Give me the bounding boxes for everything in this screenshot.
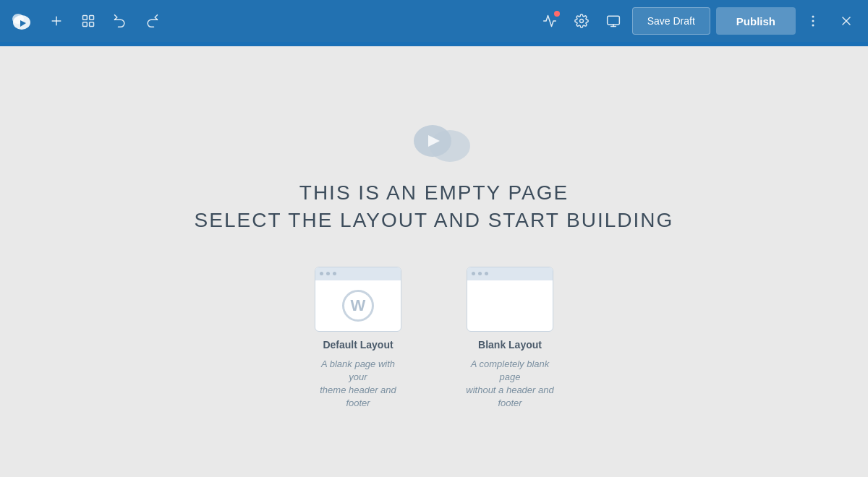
default-layout-card-body: W	[315, 280, 401, 331]
wordpress-logo: W	[342, 290, 374, 322]
dot1	[320, 272, 323, 275]
default-layout-card-header	[315, 267, 401, 280]
main-content: THIS IS AN EMPTY PAGE SELECT THE LAYOUT …	[0, 46, 868, 477]
empty-page-illustration	[405, 113, 463, 164]
publish-button[interactable]: Publish	[716, 7, 796, 35]
save-draft-button[interactable]: Save Draft	[632, 7, 710, 35]
toolbar: Save Draft Publish	[0, 0, 868, 42]
responsive-button[interactable]	[600, 8, 626, 34]
blank-layout-card-body	[467, 280, 553, 331]
settings-button[interactable]	[569, 8, 595, 34]
dot4	[472, 272, 475, 275]
blocks-button[interactable]	[75, 8, 101, 34]
preview-button[interactable]	[537, 8, 563, 34]
dot2	[326, 272, 330, 275]
svg-rect-8	[90, 22, 94, 27]
more-options-button[interactable]	[801, 9, 825, 33]
blank-layout-card-header	[467, 267, 553, 280]
svg-point-13	[812, 16, 814, 18]
default-layout-card: W	[315, 267, 401, 332]
blank-layout-desc-line2: without a header and footer	[463, 384, 557, 410]
default-layout-option[interactable]: W Default Layout A blank page with your …	[311, 267, 405, 411]
blank-layout-desc: A completely blank page without a header…	[463, 358, 557, 411]
blank-layout-option[interactable]: Blank Layout A completely blank page wit…	[463, 267, 557, 411]
app-logo	[9, 8, 35, 34]
redo-button[interactable]	[139, 8, 165, 34]
svg-point-9	[579, 20, 583, 23]
default-layout-desc-line2: theme header and footer	[311, 384, 405, 410]
empty-page-line2: SELECT THE LAYOUT AND START BUILDING	[195, 209, 674, 232]
default-layout-name: Default Layout	[323, 339, 393, 351]
header-right-actions: Save Draft Publish	[537, 7, 859, 35]
preview-badge	[554, 11, 560, 17]
blank-layout-card	[467, 267, 553, 332]
svg-rect-6	[90, 16, 94, 20]
default-layout-desc-line1: A blank page with your	[311, 358, 405, 384]
svg-rect-7	[83, 22, 88, 27]
add-button[interactable]	[43, 8, 69, 34]
svg-point-15	[812, 25, 814, 27]
dot3	[333, 272, 336, 275]
svg-rect-5	[83, 16, 88, 20]
blank-layout-desc-line1: A completely blank page	[463, 358, 557, 384]
default-layout-desc: A blank page with your theme header and …	[311, 358, 405, 411]
blank-layout-name: Blank Layout	[478, 339, 542, 351]
empty-page-line1: THIS IS AN EMPTY PAGE	[299, 181, 569, 205]
dot6	[485, 272, 488, 275]
layout-options-container: W Default Layout A blank page with your …	[311, 267, 557, 411]
svg-rect-10	[607, 16, 619, 25]
svg-point-14	[812, 20, 814, 22]
undo-button[interactable]	[107, 8, 133, 34]
close-button[interactable]	[833, 8, 859, 34]
dot5	[478, 272, 482, 275]
